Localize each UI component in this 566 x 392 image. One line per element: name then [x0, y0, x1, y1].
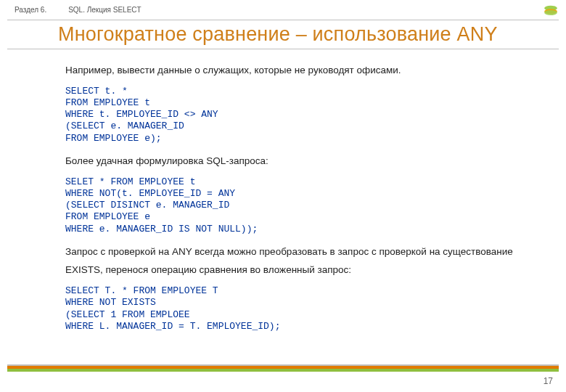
code-block-3: SELECT T. * FROM EMPLOYEE T WHERE NOT EX… [65, 285, 537, 332]
code-block-2: SELET * FROM EMPLOYEE t WHERE NOT(t. EMP… [65, 176, 537, 235]
paragraph-3: Запрос с проверкой на ANY всегда можно п… [65, 242, 537, 279]
intro-paragraph: Например, вывести данные о служащих, кот… [65, 61, 537, 80]
page-title: Многократное сравнение – использование A… [58, 23, 559, 46]
page-number: 17 [544, 376, 553, 386]
section-label: Раздел 6. [15, 6, 46, 14]
footer-stripe [7, 364, 559, 372]
paragraph-2: Более удачная формулировка SQL-запроса: [65, 152, 537, 171]
title-row: Многократное сравнение – использование A… [7, 20, 559, 49]
content: Например, вывести данные о служащих, кот… [0, 49, 566, 332]
lecture-label: SQL. Лекция SELECT [68, 6, 141, 14]
header-bar: Раздел 6. SQL. Лекция SELECT [0, 0, 566, 17]
svg-point-2 [544, 10, 557, 15]
code-block-1: SELECT t. * FROM EMPLOYEE t WHERE t. EMP… [65, 86, 537, 144]
logo-icon [543, 4, 559, 16]
